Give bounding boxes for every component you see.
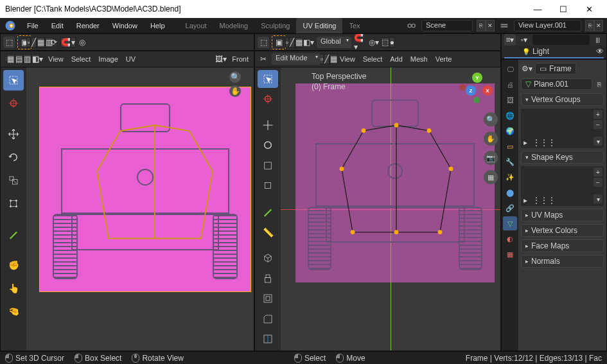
sk-add-button[interactable]: + xyxy=(594,168,603,177)
tool-annotate[interactable] xyxy=(3,224,24,245)
breadcrumb-object[interactable]: ▭Frame xyxy=(535,63,576,74)
prop-tab-modifiers[interactable]: 🔧 xyxy=(503,155,517,169)
editor-type-icon[interactable]: ⬚ xyxy=(3,37,15,48)
outliner-type-icon[interactable]: ≡▾ xyxy=(504,34,516,46)
v3d-tool-inset[interactable] xyxy=(258,290,278,308)
uv-menu-select[interactable]: Select xyxy=(69,55,94,63)
prop-tab-world[interactable]: 🌍 xyxy=(503,124,517,138)
uv-mode-edge-icon[interactable]: ╱ xyxy=(31,37,37,48)
tool-scale[interactable] xyxy=(3,170,24,191)
view3d-menu-vertex[interactable]: Verte xyxy=(433,55,455,63)
uv-snap-icon[interactable]: 🧲 xyxy=(60,37,71,48)
shape-keys-list[interactable]: +−▾ ▸⋮⋮⋮ xyxy=(521,166,604,206)
scene-name-input[interactable]: Scene xyxy=(421,20,473,31)
mesh-new-button[interactable]: ⎘ xyxy=(595,80,604,89)
pan-icon[interactable]: ✋ xyxy=(484,132,498,146)
v3d-tool-extrude[interactable] xyxy=(258,270,278,288)
select-mode-box-icon[interactable]: ▣ xyxy=(272,35,286,49)
snap-icon[interactable]: 🧲▾ xyxy=(354,37,365,48)
prop-tab-physics[interactable]: ⬤ xyxy=(503,186,517,200)
uv-menu-image[interactable]: Image xyxy=(96,55,121,63)
uv-snap-drop-icon[interactable]: ▾ xyxy=(71,37,76,48)
tool-move[interactable] xyxy=(3,124,24,144)
tool-rotate[interactable] xyxy=(3,147,24,168)
tool-grab[interactable]: ✊ xyxy=(3,255,24,275)
orientation-dropdown[interactable]: Global xyxy=(317,37,351,48)
menu-edit[interactable]: Edit xyxy=(45,18,70,33)
tool-relax[interactable]: 👆 xyxy=(3,278,24,299)
outliner-search-input[interactable] xyxy=(532,35,590,45)
v3d-tool-annotate[interactable] xyxy=(258,203,278,221)
prop-tab-scene[interactable]: 🌐 xyxy=(503,108,517,123)
tab-texture-paint[interactable]: Tex xyxy=(342,18,366,33)
panel-vertex-groups[interactable]: Vertex Groups xyxy=(521,93,604,106)
outliner-display-icon[interactable]: ▫▾ xyxy=(518,34,530,46)
tab-sculpting[interactable]: Sculpting xyxy=(254,18,296,33)
uv-mode-face-icon[interactable]: ▦ xyxy=(37,37,45,48)
uv-proportional-icon[interactable]: ◎ xyxy=(76,37,88,48)
vg-remove-button[interactable]: − xyxy=(594,120,603,129)
v3d-tool-move[interactable] xyxy=(258,116,278,134)
menu-render[interactable]: Render xyxy=(70,18,106,33)
mode-dropdown[interactable]: Edit Mode xyxy=(272,53,321,65)
uv-disp-1-icon[interactable]: ▦ xyxy=(6,54,15,64)
view3d-menu-add[interactable]: Add xyxy=(387,55,405,63)
prop-tab-material[interactable]: ◐ xyxy=(503,232,517,246)
mesh-datablock-input[interactable]: ▽Plane.001 xyxy=(521,78,592,90)
menu-file[interactable]: File xyxy=(21,18,45,33)
scene-delete-button[interactable]: ✕ xyxy=(486,20,495,31)
view3d-menu-select[interactable]: Select xyxy=(360,55,385,63)
shading-wire-icon[interactable]: ⬚ xyxy=(381,37,389,48)
v3d-tool-select[interactable] xyxy=(258,70,278,88)
tool-transform[interactable] xyxy=(3,193,24,214)
uv-canvas[interactable]: 🔍 ✋ xyxy=(26,67,254,351)
viewport-canvas[interactable]: Top Perspective (0) Frame Y Z X 🔍 ✋ 📷 ▦ xyxy=(281,67,500,351)
uv-zoom-icon[interactable]: 🔍 xyxy=(229,71,241,83)
viewlayer-new-button[interactable]: ⎘ xyxy=(585,20,594,31)
prop-tab-texture[interactable]: ▦ xyxy=(503,247,517,261)
vertex-groups-list[interactable]: +−▾ ▸⋮⋮⋮ xyxy=(521,108,604,148)
v3d-tool-measure[interactable]: 📏 xyxy=(258,223,278,241)
window-minimize-button[interactable]: ― xyxy=(525,0,550,18)
ortho-toggle-icon[interactable]: ▦ xyxy=(484,170,498,184)
tab-modeling[interactable]: Modeling xyxy=(213,18,255,33)
prop-tab-object[interactable]: ▭ xyxy=(503,139,517,153)
tool-pinch[interactable]: 🤏 xyxy=(3,301,24,322)
menu-window[interactable]: Window xyxy=(106,18,144,33)
tool-cursor[interactable] xyxy=(3,93,24,114)
prop-tab-output[interactable]: 🖨 xyxy=(503,78,517,92)
viewlayer-delete-button[interactable]: ✕ xyxy=(594,20,603,31)
uv-menu-uv[interactable]: UV xyxy=(123,55,138,63)
camera-view-icon[interactable]: 📷 xyxy=(484,151,498,165)
sk-menu-button[interactable]: ▾ xyxy=(594,195,603,204)
shading-solid-icon[interactable]: ● xyxy=(389,37,395,48)
mesh-mode-edge-icon[interactable]: ╱ xyxy=(289,37,295,48)
vg-add-button[interactable]: + xyxy=(594,110,603,119)
uv-sync-icon[interactable]: ⟳ xyxy=(48,37,60,48)
tab-layout[interactable]: Layout xyxy=(179,18,213,33)
viewlayer-name-input[interactable]: View Layer.001 xyxy=(514,20,581,31)
vg-menu-button[interactable]: ▾ xyxy=(594,137,603,146)
window-maximize-button[interactable]: ☐ xyxy=(550,0,576,18)
panel-shape-keys[interactable]: Shape Keys xyxy=(521,151,604,164)
outliner-row-light[interactable]: 💡 Light 👁 xyxy=(504,46,604,57)
viewlayer-browse-icon[interactable] xyxy=(498,20,510,31)
tab-uv-editing[interactable]: UV Editing xyxy=(296,18,342,33)
v3d-tool-loopcut[interactable] xyxy=(258,330,278,348)
sk-remove-button[interactable]: − xyxy=(594,178,603,187)
prop-type-icon[interactable]: ⚙▾ xyxy=(521,63,532,74)
v3d-tool-add-cube[interactable] xyxy=(258,249,278,267)
prop-tab-viewlayer[interactable]: 🖼 xyxy=(503,93,517,107)
viewport-widget-icon[interactable]: ◧▾ xyxy=(303,37,314,48)
uv-image-browse-icon[interactable]: 🖼▾ xyxy=(215,53,227,65)
proportional-icon[interactable]: ◎▾ xyxy=(368,37,380,48)
v3d-tool-bevel[interactable] xyxy=(258,310,278,328)
view3d-menu-view[interactable]: View xyxy=(337,55,358,63)
uv-disp-3-icon[interactable]: ▥ xyxy=(23,54,31,64)
axis-gizmo[interactable]: Y Z X xyxy=(459,73,495,108)
menu-help[interactable]: Help xyxy=(144,18,172,33)
scene-new-button[interactable]: ⎘ xyxy=(477,20,486,31)
tool-tweak-select[interactable] xyxy=(3,70,24,91)
uv-disp-2-icon[interactable]: ▤ xyxy=(15,54,23,64)
uv-pan-icon[interactable]: ✋ xyxy=(229,85,241,97)
